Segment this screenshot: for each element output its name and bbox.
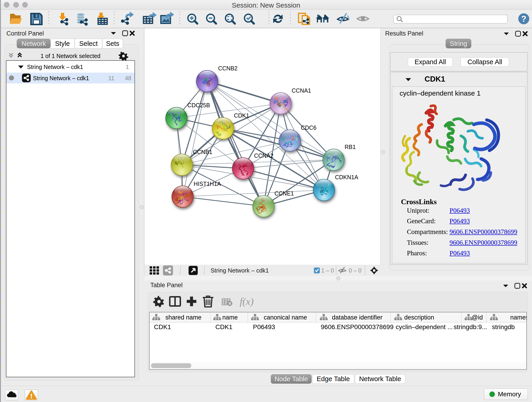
svg-text:CDC25B: CDC25B [187,102,210,108]
svg-text:String Network – cdk1: String Network – cdk1 [210,267,269,274]
svg-text:CCNA1: CCNA1 [292,87,311,94]
svg-text:HIST1H1A: HIST1H1A [194,181,221,187]
svg-text:f(x): f(x) [240,296,254,307]
svg-text:CCNE1: CCNE1 [274,190,294,197]
svg-text:CCNB2: CCNB2 [218,65,238,71]
svg-text:CDK1: CDK1 [234,112,249,119]
svg-text:?: ? [521,14,526,24]
svg-text:RB1: RB1 [345,144,356,150]
svg-text:0 – 0: 0 – 0 [349,267,361,274]
svg-text:CCNB1: CCNB1 [193,149,212,155]
svg-text:CDC6: CDC6 [301,124,317,131]
svg-text:CCNA2: CCNA2 [254,153,273,159]
svg-text:1 – 0: 1 – 0 [321,267,334,274]
svg-text:CDKN1A: CDKN1A [335,174,358,180]
